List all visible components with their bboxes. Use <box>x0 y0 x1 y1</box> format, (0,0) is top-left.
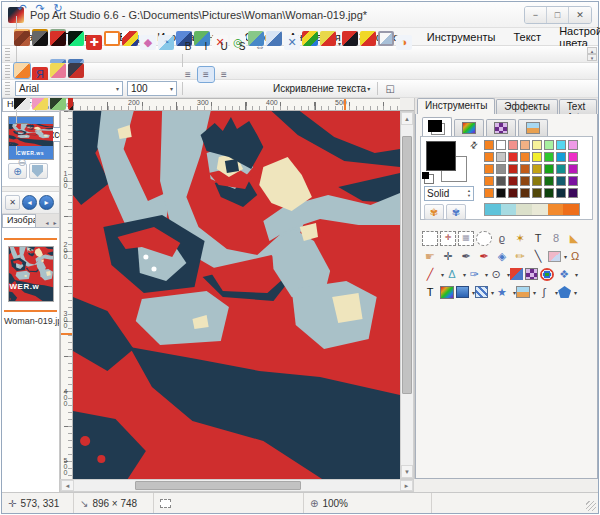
palette-swatch[interactable] <box>532 188 542 198</box>
preset-bricks[interactable] <box>14 31 30 46</box>
polygon-tool[interactable] <box>558 286 571 298</box>
toolbar-grip[interactable] <box>5 82 10 95</box>
fit-image-button[interactable]: ◱ <box>382 81 398 96</box>
fill-texture-tab[interactable] <box>518 119 548 136</box>
star-tool[interactable]: ★ <box>494 285 510 300</box>
preset-pin[interactable] <box>378 31 394 46</box>
palette-swatch[interactable] <box>508 176 518 186</box>
recent-color-swatch[interactable] <box>563 204 579 215</box>
revert-button[interactable]: ↻ <box>50 1 66 16</box>
preset-color-wheel[interactable]: ◑ <box>396 35 412 50</box>
previous-image-button[interactable]: ◂ <box>22 195 37 210</box>
redo-button[interactable]: ↷ <box>32 1 48 16</box>
preset-figures-blue[interactable]: ✕ <box>284 35 300 50</box>
default-colors-icon[interactable] <box>424 174 434 184</box>
fixed-selection-tool[interactable]: ▦ <box>458 231 474 246</box>
toolbar-grip[interactable] <box>5 65 10 78</box>
align-left-button[interactable]: ≡ <box>180 67 196 82</box>
palette-swatch[interactable] <box>496 152 506 162</box>
preset-orange-frame[interactable] <box>104 31 120 46</box>
effect-flask-tool[interactable]: Δ <box>444 267 460 282</box>
palette-swatch[interactable] <box>544 188 554 198</box>
preset-flag[interactable]: ✚ <box>86 35 102 50</box>
palette-swatch[interactable] <box>568 140 578 150</box>
magic-wand-tool[interactable]: ✶ <box>512 231 528 246</box>
palette-swatch[interactable] <box>532 152 542 162</box>
canvas-image[interactable] <box>73 111 400 479</box>
fill-mode-combobox[interactable]: Solid ▲▼ <box>424 186 474 201</box>
hatch-fill-tool[interactable] <box>475 286 488 298</box>
pan-tool[interactable]: ☛ <box>422 249 438 264</box>
preset-diamond[interactable]: ◆ <box>140 35 156 50</box>
lasso-tool[interactable]: ϱ <box>494 231 510 246</box>
italic-button[interactable]: I <box>198 39 214 54</box>
palette-swatch[interactable] <box>508 164 518 174</box>
solid-fill-tool[interactable] <box>456 286 469 298</box>
resize-grip[interactable] <box>586 501 596 511</box>
marquee-select-tool[interactable] <box>422 231 438 246</box>
swap-colors-icon[interactable]: ⇄ <box>468 139 480 151</box>
clone-stamp-tool[interactable]: Ω <box>567 249 583 264</box>
eyedropper-tool[interactable]: ✒ <box>458 249 474 264</box>
align-center-button[interactable]: ≡ <box>198 67 214 82</box>
remove-image-button[interactable]: ✕ <box>5 195 20 210</box>
zoom-out-button[interactable]: ⊖ <box>14 155 30 170</box>
undo-button[interactable]: ↶ <box>14 1 30 16</box>
kerning-button[interactable]: ⇔ <box>252 39 268 54</box>
color-picker-tool[interactable]: ✒ <box>476 249 492 264</box>
palette-swatch[interactable] <box>556 188 566 198</box>
palette-swatch[interactable] <box>556 152 566 162</box>
text-warp-combobox[interactable]: Искривление текста ▾ <box>269 81 374 96</box>
eraser-tool[interactable] <box>548 251 561 262</box>
scroll-right-icon[interactable]: ► <box>400 480 413 491</box>
palette-swatch[interactable] <box>484 188 494 198</box>
shape-corner-tool[interactable] <box>510 268 523 280</box>
palette-swatch[interactable] <box>532 140 542 150</box>
palette-swatch[interactable] <box>544 164 554 174</box>
preset-mondrian[interactable] <box>122 31 138 46</box>
menu-инструменты[interactable]: Инструменты <box>418 29 505 45</box>
palette-swatch[interactable] <box>568 164 578 174</box>
scrollbar-thumb[interactable] <box>402 136 412 394</box>
bezier-tool[interactable]: ∫ <box>536 285 552 300</box>
palette-swatch[interactable] <box>496 140 506 150</box>
preset-mosaic[interactable] <box>302 31 318 46</box>
foreground-color-chip[interactable] <box>426 141 456 171</box>
palette-swatch[interactable] <box>544 176 554 186</box>
brush-tool[interactable]: ╱ <box>422 267 438 282</box>
minimize-button[interactable]: − <box>525 7 547 23</box>
tab-images[interactable]: Изображения <box>2 214 36 227</box>
pencil-tool[interactable]: ✏ <box>512 249 528 264</box>
preset-popface-3[interactable] <box>68 63 84 78</box>
tab-scroll-left-icon[interactable]: ◂ <box>43 217 51 227</box>
palette-swatch[interactable] <box>496 188 506 198</box>
palette-swatch[interactable] <box>496 176 506 186</box>
line-tool[interactable]: ╲ <box>530 249 546 264</box>
underline-button[interactable]: U <box>216 39 232 54</box>
font-family-combobox[interactable]: Arial ▾ <box>15 81 123 96</box>
preset-popface-2[interactable] <box>360 31 376 46</box>
vertical-scrollbar[interactable]: ▲ ▼ <box>400 111 414 479</box>
preset-popface-1[interactable] <box>342 31 358 46</box>
text-tool[interactable]: T <box>530 231 546 246</box>
image-list-item[interactable]: WER.w <box>8 246 54 302</box>
palette-swatch[interactable] <box>556 140 566 150</box>
palette-swatch[interactable] <box>532 164 542 174</box>
font-size-combobox[interactable]: 100 ▾ <box>127 81 177 96</box>
maximize-button[interactable]: □ <box>547 7 569 23</box>
scroll-up-icon[interactable]: ▲ <box>401 112 413 125</box>
strikethrough-button[interactable]: S <box>234 39 250 54</box>
toolbar-grip[interactable] <box>5 48 10 61</box>
palette-swatch[interactable] <box>496 164 506 174</box>
palette-swatch[interactable] <box>484 152 494 162</box>
scroll-down-icon[interactable]: ▼ <box>401 465 413 478</box>
next-image-button[interactable]: ▸ <box>39 195 54 210</box>
gradient-tool[interactable] <box>440 286 454 299</box>
palette-swatch[interactable] <box>568 176 578 186</box>
palette-swatch[interactable] <box>544 152 554 162</box>
recent-color-swatch[interactable] <box>516 204 532 215</box>
menu-текст[interactable]: Текст <box>504 29 550 45</box>
set-square-tool[interactable]: ◣ <box>566 231 582 246</box>
tab-scroll-right-icon[interactable]: ▸ <box>51 217 59 227</box>
align-right-button[interactable]: ≡ <box>216 67 232 82</box>
